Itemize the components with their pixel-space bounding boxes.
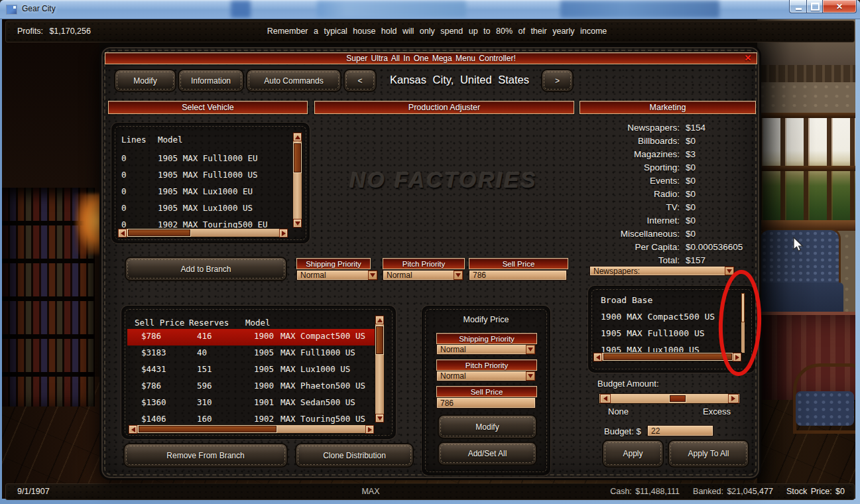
section-header-select-vehicle: Select Vehicle	[108, 101, 308, 114]
apply-button[interactable]: Apply	[602, 440, 664, 468]
maximize-button[interactable]	[806, 0, 824, 13]
broad-base-horizontal-scrollbar[interactable]	[593, 352, 742, 361]
apply-to-all-button[interactable]: Apply To All	[668, 440, 749, 468]
dropdown-arrow-icon[interactable]	[526, 345, 535, 354]
window-close-button[interactable]: ✕	[822, 0, 857, 13]
information-nav-button[interactable]: Information	[178, 69, 244, 92]
distribution-row[interactable]: $44311511905MAX Lux1000 US	[123, 364, 375, 381]
add-set-all-button[interactable]: Add/Set All	[438, 442, 537, 466]
modify-nav-button[interactable]: Modify	[114, 69, 176, 92]
sell-price-header: Sell Price	[436, 386, 537, 397]
cash-value: $11,488,111	[635, 487, 680, 496]
profits: Profits: $1,170,256	[17, 27, 91, 36]
dropdown-arrow-icon[interactable]	[454, 271, 463, 280]
minimize-button[interactable]	[789, 0, 808, 13]
city-label: Kansas City, United States	[380, 71, 539, 88]
distribution-table-panel: Sell Price Reserves Model $7864161900MAX…	[121, 306, 396, 439]
modify-price-title: Modify Price	[423, 315, 549, 324]
scroll-thumb[interactable]	[293, 143, 302, 173]
modify-button[interactable]: Modify	[438, 414, 537, 439]
scroll-up-button[interactable]	[293, 133, 302, 141]
budget-slider[interactable]	[599, 393, 740, 404]
stat-row: Radio:$0	[473, 189, 758, 201]
column-header-model: Model	[158, 135, 183, 145]
pitch-priority-select[interactable]: Normal	[383, 270, 463, 281]
vehicle-row[interactable]: 01905 MAX Full1000 US	[113, 170, 292, 186]
company-name: MAX	[344, 487, 397, 496]
auto-commands-button[interactable]: Auto Commands	[246, 69, 341, 92]
profits-value: $1,170,256	[49, 27, 91, 36]
slider-right-button[interactable]	[728, 394, 739, 403]
prev-city-button[interactable]: <	[343, 69, 377, 92]
scroll-left-button[interactable]	[593, 353, 602, 361]
scroll-left-button[interactable]	[118, 229, 127, 237]
scroll-left-button[interactable]	[129, 425, 137, 434]
stat-row: Magazines:$3	[473, 149, 758, 161]
broad-base-item[interactable]: 1900 MAX Compact500 US	[601, 312, 715, 322]
distribution-row-selected[interactable]: $7864161900MAX Compact500 US	[123, 331, 375, 347]
background-window-blur	[560, 1, 719, 18]
office-left-background	[2, 19, 99, 499]
vehicle-list-panel: Lines Model 01905 MAX Full1000 EU 01905 …	[111, 123, 310, 243]
vehicle-row[interactable]: 01905 MAX Lux1000 EU	[113, 186, 292, 203]
vehicle-list-horizontal-scrollbar[interactable]	[117, 228, 288, 237]
scroll-down-button[interactable]	[375, 414, 384, 422]
scroll-right-button[interactable]	[733, 353, 741, 361]
broad-base-vertical-scrollbar[interactable]	[741, 292, 745, 353]
window-title-bar[interactable]: Gear City ✕	[0, 0, 860, 19]
slider-min-label: None	[608, 407, 629, 416]
budget-label: Budget: $	[604, 426, 641, 436]
stat-row: TV:$0	[473, 202, 758, 214]
top-hud-bar: Profits: $1,170,256 Remember a typical h…	[5, 21, 855, 42]
scroll-thumb[interactable]	[603, 353, 733, 361]
dialog-close-button[interactable]: ✕	[741, 52, 755, 63]
minimize-icon	[796, 8, 802, 10]
background-window-blur	[231, 1, 251, 18]
clone-distribution-button[interactable]: Clone Distribution	[295, 443, 414, 468]
distribution-vertical-scrollbar[interactable]	[375, 315, 385, 423]
stat-row: Per Capita:$0.000536605	[473, 242, 758, 254]
stock-label: Stock Price:	[786, 487, 832, 496]
remove-from-branch-button[interactable]: Remove From Branch	[123, 443, 288, 468]
chevron-right-icon: >	[555, 76, 560, 86]
slider-thumb[interactable]	[669, 395, 686, 403]
distribution-horizontal-scrollbar[interactable]	[128, 424, 375, 434]
dropdown-arrow-icon[interactable]	[368, 271, 377, 280]
sell-price-input[interactable]: 786	[469, 270, 567, 281]
distribution-row[interactable]: $13603101901MAX Sedan500 US	[123, 397, 375, 414]
vehicle-row[interactable]: 01905 MAX Lux1000 US	[113, 203, 292, 220]
scroll-thumb[interactable]	[127, 229, 191, 237]
fireplace-glow	[75, 194, 99, 255]
scroll-right-button[interactable]	[279, 229, 288, 237]
slider-left-button[interactable]	[600, 394, 611, 403]
vehicle-row[interactable]: 01905 MAX Full1000 EU	[113, 153, 292, 170]
finance-summary: Cash: $11,488,111 Banked: $21,045,477 St…	[610, 487, 845, 496]
campaign-type-select[interactable]: Newspapers:	[589, 266, 735, 276]
add-to-branch-button[interactable]: Add to Branch	[125, 257, 287, 281]
profits-label: Profits:	[17, 27, 43, 36]
shipping-priority-header: Shipping Priority	[436, 333, 537, 344]
background-window-blur	[317, 1, 466, 17]
dropdown-arrow-icon[interactable]	[526, 371, 535, 381]
scroll-down-button[interactable]	[293, 219, 302, 227]
scroll-thumb[interactable]	[375, 326, 384, 355]
stat-row: Newspapers:$154	[473, 123, 758, 135]
budget-input[interactable]: 22	[647, 425, 713, 436]
shipping-priority-select[interactable]: Normal	[296, 270, 378, 281]
broad-base-item[interactable]: 1905 MAX Full1000 US	[601, 328, 705, 338]
stock-value: $0	[835, 487, 845, 496]
scroll-thumb[interactable]	[138, 425, 277, 433]
sell-price-input[interactable]: 786	[436, 397, 536, 409]
distribution-row[interactable]: $3183401905MAX Full1000 US	[123, 347, 375, 364]
scroll-right-button[interactable]	[365, 425, 374, 434]
close-icon: ✕	[836, 2, 843, 11]
distribution-row[interactable]: $7865961900MAX Phaeton500 US	[123, 381, 375, 397]
pitch-priority-select[interactable]: Normal	[436, 371, 536, 381]
shipping-priority-select[interactable]: Normal	[436, 344, 536, 355]
dropdown-arrow-icon[interactable]	[725, 267, 734, 275]
next-city-button[interactable]: >	[541, 69, 574, 92]
vehicle-list-vertical-scrollbar[interactable]	[292, 132, 302, 228]
column-header-reserves: Reserves	[189, 318, 229, 328]
scroll-up-button[interactable]	[375, 316, 384, 324]
scroll-thumb[interactable]	[741, 293, 745, 322]
